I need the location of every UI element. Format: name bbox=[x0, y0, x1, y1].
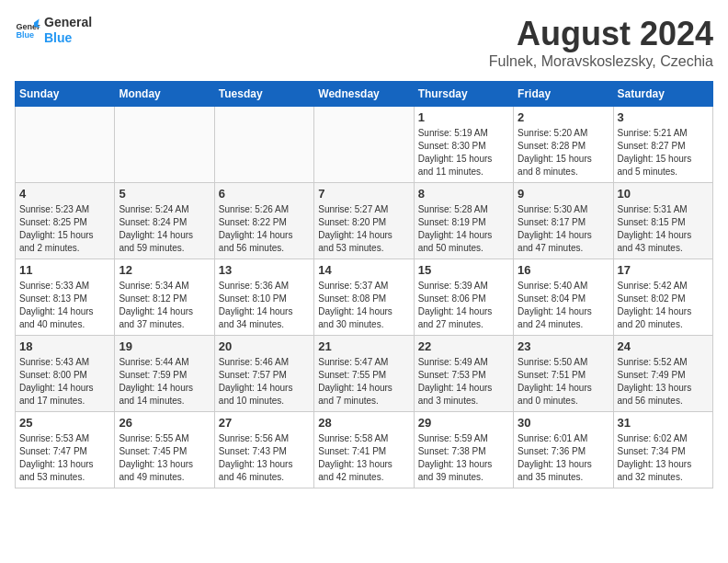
header-wednesday: Wednesday bbox=[314, 82, 414, 107]
day-number: 10 bbox=[618, 187, 709, 201]
header-thursday: Thursday bbox=[414, 82, 513, 107]
calendar-cell: 6Sunrise: 5:26 AM Sunset: 8:22 PM Daylig… bbox=[214, 183, 313, 259]
day-number: 20 bbox=[219, 339, 310, 353]
calendar-table: SundayMondayTuesdayWednesdayThursdayFrid… bbox=[15, 81, 713, 488]
calendar-cell: 12Sunrise: 5:34 AM Sunset: 8:12 PM Dayli… bbox=[115, 259, 214, 336]
day-info: Sunrise: 6:01 AM Sunset: 7:36 PM Dayligh… bbox=[518, 432, 609, 484]
day-info: Sunrise: 5:23 AM Sunset: 8:25 PM Dayligh… bbox=[19, 203, 110, 255]
day-number: 27 bbox=[219, 416, 310, 430]
day-number: 15 bbox=[418, 263, 509, 277]
day-info: Sunrise: 5:39 AM Sunset: 8:06 PM Dayligh… bbox=[418, 280, 509, 331]
week-row-3: 11Sunrise: 5:33 AM Sunset: 8:13 PM Dayli… bbox=[16, 259, 713, 336]
calendar-cell: 31Sunrise: 6:02 AM Sunset: 7:34 PM Dayli… bbox=[613, 412, 712, 488]
day-info: Sunrise: 5:36 AM Sunset: 8:10 PM Dayligh… bbox=[219, 280, 310, 331]
calendar-cell: 21Sunrise: 5:47 AM Sunset: 7:55 PM Dayli… bbox=[314, 336, 414, 412]
calendar-cell: 5Sunrise: 5:24 AM Sunset: 8:24 PM Daylig… bbox=[115, 183, 214, 259]
calendar-cell: 19Sunrise: 5:44 AM Sunset: 7:59 PM Dayli… bbox=[115, 336, 214, 412]
day-number: 6 bbox=[219, 187, 310, 201]
svg-text:Blue: Blue bbox=[16, 30, 34, 40]
day-number: 11 bbox=[19, 263, 110, 277]
day-number: 9 bbox=[518, 187, 609, 201]
week-row-4: 18Sunrise: 5:43 AM Sunset: 8:00 PM Dayli… bbox=[16, 336, 713, 412]
day-number: 13 bbox=[219, 263, 310, 277]
day-number: 29 bbox=[418, 416, 509, 430]
day-info: Sunrise: 5:49 AM Sunset: 7:53 PM Dayligh… bbox=[418, 356, 509, 408]
day-info: Sunrise: 5:44 AM Sunset: 7:59 PM Dayligh… bbox=[119, 356, 210, 408]
calendar-cell: 10Sunrise: 5:31 AM Sunset: 8:15 PM Dayli… bbox=[613, 183, 712, 259]
day-info: Sunrise: 5:30 AM Sunset: 8:17 PM Dayligh… bbox=[518, 203, 609, 255]
calendar-cell: 1Sunrise: 5:19 AM Sunset: 8:30 PM Daylig… bbox=[414, 107, 513, 183]
day-number: 7 bbox=[318, 187, 409, 201]
calendar-cell bbox=[16, 107, 115, 183]
day-info: Sunrise: 6:02 AM Sunset: 7:34 PM Dayligh… bbox=[618, 432, 709, 484]
calendar-cell: 11Sunrise: 5:33 AM Sunset: 8:13 PM Dayli… bbox=[16, 259, 115, 336]
calendar-cell: 25Sunrise: 5:53 AM Sunset: 7:47 PM Dayli… bbox=[16, 412, 115, 488]
day-number: 14 bbox=[318, 263, 409, 277]
day-number: 5 bbox=[119, 187, 210, 201]
calendar-cell: 13Sunrise: 5:36 AM Sunset: 8:10 PM Dayli… bbox=[214, 259, 313, 336]
day-info: Sunrise: 5:53 AM Sunset: 7:47 PM Dayligh… bbox=[19, 432, 110, 484]
header-sunday: Sunday bbox=[16, 82, 115, 107]
calendar-cell: 23Sunrise: 5:50 AM Sunset: 7:51 PM Dayli… bbox=[514, 336, 613, 412]
day-number: 18 bbox=[19, 339, 110, 353]
day-info: Sunrise: 5:55 AM Sunset: 7:45 PM Dayligh… bbox=[119, 432, 210, 484]
day-number: 25 bbox=[19, 416, 110, 430]
day-number: 31 bbox=[618, 416, 709, 430]
header-monday: Monday bbox=[115, 82, 214, 107]
day-info: Sunrise: 5:59 AM Sunset: 7:38 PM Dayligh… bbox=[418, 432, 509, 484]
calendar-cell: 20Sunrise: 5:46 AM Sunset: 7:57 PM Dayli… bbox=[214, 336, 313, 412]
calendar-cell: 24Sunrise: 5:52 AM Sunset: 7:49 PM Dayli… bbox=[613, 336, 712, 412]
day-info: Sunrise: 5:34 AM Sunset: 8:12 PM Dayligh… bbox=[119, 280, 210, 331]
header: General Blue General Blue August 2024 Fu… bbox=[15, 15, 713, 70]
calendar-cell: 17Sunrise: 5:42 AM Sunset: 8:02 PM Dayli… bbox=[613, 259, 712, 336]
day-info: Sunrise: 5:20 AM Sunset: 8:28 PM Dayligh… bbox=[518, 127, 609, 178]
day-info: Sunrise: 5:26 AM Sunset: 8:22 PM Dayligh… bbox=[219, 203, 310, 255]
calendar-cell: 15Sunrise: 5:39 AM Sunset: 8:06 PM Dayli… bbox=[414, 259, 513, 336]
day-info: Sunrise: 5:58 AM Sunset: 7:41 PM Dayligh… bbox=[318, 432, 409, 484]
day-info: Sunrise: 5:47 AM Sunset: 7:55 PM Dayligh… bbox=[318, 356, 409, 408]
day-number: 21 bbox=[318, 339, 409, 353]
calendar-cell bbox=[314, 107, 414, 183]
title-section: August 2024 Fulnek, Moravskoslezsky, Cze… bbox=[489, 15, 713, 70]
logo-line2: Blue bbox=[44, 30, 92, 46]
day-info: Sunrise: 5:33 AM Sunset: 8:13 PM Dayligh… bbox=[19, 280, 110, 331]
calendar-cell: 7Sunrise: 5:27 AM Sunset: 8:20 PM Daylig… bbox=[314, 183, 414, 259]
week-row-2: 4Sunrise: 5:23 AM Sunset: 8:25 PM Daylig… bbox=[16, 183, 713, 259]
header-friday: Friday bbox=[514, 82, 613, 107]
day-info: Sunrise: 5:52 AM Sunset: 7:49 PM Dayligh… bbox=[618, 356, 709, 408]
day-info: Sunrise: 5:46 AM Sunset: 7:57 PM Dayligh… bbox=[219, 356, 310, 408]
calendar-title: August 2024 bbox=[489, 15, 713, 53]
day-info: Sunrise: 5:37 AM Sunset: 8:08 PM Dayligh… bbox=[318, 280, 409, 331]
days-header-row: SundayMondayTuesdayWednesdayThursdayFrid… bbox=[16, 82, 713, 107]
day-number: 26 bbox=[119, 416, 210, 430]
day-number: 28 bbox=[318, 416, 409, 430]
calendar-cell bbox=[214, 107, 313, 183]
calendar-cell: 27Sunrise: 5:56 AM Sunset: 7:43 PM Dayli… bbox=[214, 412, 313, 488]
calendar-cell: 14Sunrise: 5:37 AM Sunset: 8:08 PM Dayli… bbox=[314, 259, 414, 336]
day-number: 2 bbox=[518, 110, 609, 124]
week-row-1: 1Sunrise: 5:19 AM Sunset: 8:30 PM Daylig… bbox=[16, 107, 713, 183]
day-number: 23 bbox=[518, 339, 609, 353]
day-info: Sunrise: 5:28 AM Sunset: 8:19 PM Dayligh… bbox=[418, 203, 509, 255]
day-number: 30 bbox=[518, 416, 609, 430]
logo-icon: General Blue bbox=[15, 17, 40, 43]
calendar-cell bbox=[115, 107, 214, 183]
day-number: 22 bbox=[418, 339, 509, 353]
calendar-subtitle: Fulnek, Moravskoslezsky, Czechia bbox=[489, 53, 713, 70]
header-saturday: Saturday bbox=[613, 82, 712, 107]
day-number: 16 bbox=[518, 263, 609, 277]
calendar-cell: 8Sunrise: 5:28 AM Sunset: 8:19 PM Daylig… bbox=[414, 183, 513, 259]
day-info: Sunrise: 5:50 AM Sunset: 7:51 PM Dayligh… bbox=[518, 356, 609, 408]
calendar-cell: 30Sunrise: 6:01 AM Sunset: 7:36 PM Dayli… bbox=[514, 412, 613, 488]
day-number: 8 bbox=[418, 187, 509, 201]
day-info: Sunrise: 5:24 AM Sunset: 8:24 PM Dayligh… bbox=[119, 203, 210, 255]
day-info: Sunrise: 5:27 AM Sunset: 8:20 PM Dayligh… bbox=[318, 203, 409, 255]
day-number: 1 bbox=[418, 110, 509, 124]
calendar-cell: 4Sunrise: 5:23 AM Sunset: 8:25 PM Daylig… bbox=[16, 183, 115, 259]
logo: General Blue General Blue bbox=[15, 15, 92, 46]
calendar-cell: 26Sunrise: 5:55 AM Sunset: 7:45 PM Dayli… bbox=[115, 412, 214, 488]
day-info: Sunrise: 5:56 AM Sunset: 7:43 PM Dayligh… bbox=[219, 432, 310, 484]
calendar-cell: 29Sunrise: 5:59 AM Sunset: 7:38 PM Dayli… bbox=[414, 412, 513, 488]
calendar-cell: 28Sunrise: 5:58 AM Sunset: 7:41 PM Dayli… bbox=[314, 412, 414, 488]
calendar-cell: 2Sunrise: 5:20 AM Sunset: 8:28 PM Daylig… bbox=[514, 107, 613, 183]
